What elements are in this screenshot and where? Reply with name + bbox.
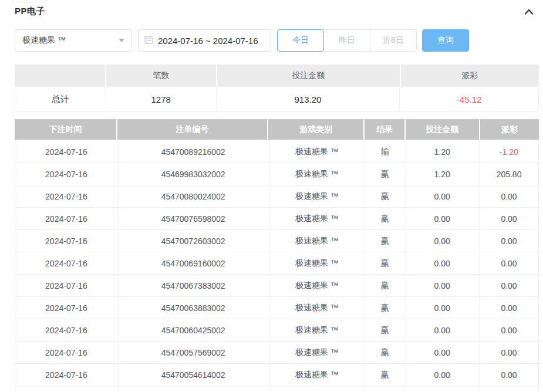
yesterday-button[interactable]: 昨日: [323, 29, 370, 52]
cell-payout: 0.00: [480, 342, 539, 364]
game-select-value: 极速糖果 ™: [22, 35, 119, 46]
cell-payout: 0.00: [480, 297, 539, 319]
cell-bet-amount: 0.00: [405, 230, 480, 252]
summary-header-payout: 派彩: [401, 65, 539, 87]
records-header-bet-time: 下注时间: [15, 119, 116, 140]
table-row: 2024-07-1645470063883002极速糖果 ™赢0.000.00: [15, 297, 539, 319]
cell-empty: [480, 386, 539, 392]
records-body: 2024-07-1645470089216002极速糖果 ™输1.20-1.20…: [15, 141, 539, 392]
cell-empty: [118, 386, 269, 392]
summary-total-row: 总计 1278 913.20 -45.12: [15, 88, 539, 111]
table-row: 2024-07-1645470080024002极速糖果 ™赢0.000.00: [15, 185, 539, 208]
cell-bet-time: 2024-07-16: [15, 141, 118, 163]
cell-bet-amount: 0.00: [405, 364, 480, 386]
cell-bet-id: 45469983032002: [118, 163, 269, 185]
cell-bet-id: 45470080024002: [118, 185, 269, 208]
cell-bet-time: 2024-07-16: [15, 319, 118, 342]
cell-game-category: 极速糖果 ™: [269, 252, 366, 275]
cell-bet-amount: 1.20: [405, 141, 480, 163]
cell-bet-amount: 0.00: [405, 185, 480, 208]
cell-bet-time: 2024-07-16: [15, 252, 118, 275]
cell-payout: 0.00: [480, 364, 539, 386]
records-header-row: 下注时间注单编号游戏类别结果投注金额派彩: [15, 119, 539, 140]
cell-bet-id: 45470089216002: [118, 141, 269, 163]
game-select[interactable]: 极速糖果 ™: [15, 29, 132, 52]
cell-payout: 0.00: [480, 252, 539, 275]
cell-game-category: 极速糖果 ™: [269, 364, 366, 386]
date-range-picker[interactable]: 2024-07-16 ~ 2024-07-16: [138, 29, 271, 52]
summary-header-row: 笔数 投注金额 派彩: [15, 65, 539, 87]
cell-result: 赢: [365, 275, 405, 297]
cell-bet-id: 45470060425002: [118, 319, 269, 342]
cell-result: 赢: [365, 364, 405, 386]
today-button[interactable]: 今日: [277, 29, 324, 52]
cell-empty: [405, 386, 480, 392]
cell-bet-amount: 1.20: [405, 163, 480, 185]
table-row: 2024-07-1645470060425002极速糖果 ™赢0.000.00: [15, 319, 539, 342]
table-row: 2024-07-1645470089216002极速糖果 ™输1.20-1.20: [15, 141, 539, 163]
cell-empty: [269, 386, 366, 392]
summary-header-bet-amount: 投注金额: [217, 65, 400, 87]
summary-bet-amount-value: 913.20: [217, 88, 400, 111]
date-range-value: 2024-07-16 ~ 2024-07-16: [158, 36, 258, 46]
search-button[interactable]: 查询: [422, 29, 469, 52]
records-header-bet-id: 注单编号: [117, 119, 267, 140]
cell-game-category: 极速糖果 ™: [269, 342, 366, 364]
cell-bet-time: 2024-07-16: [15, 297, 118, 319]
cell-game-category: 极速糖果 ™: [269, 141, 366, 163]
cell-bet-time: 2024-07-16: [15, 342, 118, 364]
cell-game-category: 极速糖果 ™: [269, 275, 366, 297]
cell-bet-id: 45470069160002: [118, 252, 269, 275]
cell-bet-time: 2024-07-16: [15, 275, 118, 297]
cell-game-category: 极速糖果 ™: [269, 230, 366, 252]
table-row: 2024-07-1645470054614002极速糖果 ™赢0.000.00: [15, 364, 539, 386]
summary-header-count: 笔数: [106, 65, 216, 87]
records-header-result: 结果: [365, 119, 404, 140]
summary-total-label: 总计: [15, 88, 106, 111]
cell-payout: -1.20: [480, 141, 539, 163]
cell-bet-id: 45470054614002: [118, 364, 269, 386]
cell-game-category: 极速糖果 ™: [269, 208, 366, 230]
table-row: 2024-07-1645470076598002极速糖果 ™赢0.000.00: [15, 208, 539, 230]
cell-payout: 0.00: [480, 275, 539, 297]
records-header-payout: 派彩: [480, 119, 539, 140]
table-row: 2024-07-1645470057569002极速糖果 ™赢0.000.00: [15, 342, 539, 364]
cell-game-category: 极速糖果 ™: [269, 185, 366, 208]
page-title: PP电子: [15, 6, 45, 17]
cell-game-category: 极速糖果 ™: [269, 319, 366, 342]
table-row: 2024-07-1645470069160002极速糖果 ™赢0.000.00: [15, 252, 539, 275]
cell-payout: 205.80: [480, 163, 539, 185]
table-row: 2024-07-1645470072603002极速糖果 ™赢0.000.00: [15, 230, 539, 252]
cell-empty: [365, 386, 405, 392]
table-row: 2024-07-1645470067383002极速糖果 ™赢0.000.00: [15, 275, 539, 297]
collapse-panel-button[interactable]: [522, 5, 536, 19]
cell-bet-amount: 0.00: [405, 208, 480, 230]
cell-bet-time: 2024-07-16: [15, 230, 118, 252]
cell-bet-id: 45470072603002: [118, 230, 269, 252]
cell-result: 赢: [365, 163, 405, 185]
cell-result: 输: [365, 141, 405, 163]
cutoff-element-remnant: [12, 0, 47, 2]
cell-bet-amount: 0.00: [405, 275, 480, 297]
cell-payout: 0.00: [480, 208, 539, 230]
cell-payout: 0.00: [480, 185, 539, 208]
cell-bet-time: 2024-07-16: [15, 208, 118, 230]
cell-bet-time: 2024-07-16: [15, 364, 118, 386]
cell-game-category: 极速糖果 ™: [269, 297, 366, 319]
table-row-partial: [15, 386, 539, 392]
last-8-days-button[interactable]: 近8日: [370, 29, 417, 52]
records-table: 下注时间注单编号游戏类别结果投注金额派彩 2024-07-16454700892…: [15, 119, 539, 392]
summary-table: 笔数 投注金额 派彩 总计 1278 913.20 -45.12: [15, 65, 539, 111]
cell-result: 赢: [365, 319, 405, 342]
cell-game-category: 极速糖果 ™: [269, 163, 366, 185]
table-row: 2024-07-1645469983032002极速糖果 ™赢1.20205.8…: [15, 163, 539, 185]
cell-result: 赢: [365, 208, 405, 230]
cell-bet-id: 45470076598002: [118, 208, 269, 230]
cell-empty: [15, 386, 118, 392]
cell-bet-id: 45470057569002: [118, 342, 269, 364]
cell-bet-id: 45470063883002: [118, 297, 269, 319]
summary-payout-value: -45.12: [400, 88, 539, 111]
pp-dianzi-panel: PP电子 极速糖果 ™ 2024-07-16 ~ 2024-07-16 今日 昨…: [0, 0, 543, 392]
calendar-icon: [144, 35, 153, 46]
chevron-up-icon: [524, 8, 534, 16]
